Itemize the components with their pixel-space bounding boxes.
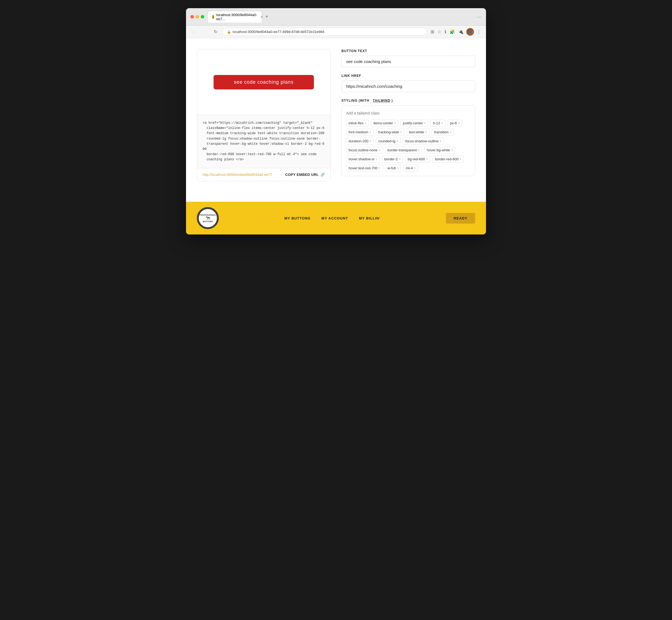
tag-remove-icon[interactable]: × — [426, 158, 428, 161]
tag-remove-icon[interactable]: × — [399, 158, 400, 161]
browser-window: ⚠ localhost:3000/8e8044a0-ee7... ✕ + ⋯ ←… — [186, 8, 486, 235]
address-lock-icon: 🔒 — [227, 30, 231, 34]
more-options-icon[interactable]: ⋮ — [476, 29, 482, 35]
button-text-label: BUTTON TEXT — [341, 49, 475, 53]
tag-item: focus:outline-none× — [346, 147, 383, 154]
tag-label: hover:bg-white — [427, 148, 450, 152]
tag-remove-icon[interactable]: × — [460, 158, 461, 161]
footer-nav: MY BUTTONS MY ACCOUNT MY BILLIN' — [284, 216, 380, 220]
preview-panel: see code coaching plans <a href="https:/… — [197, 49, 331, 181]
tag-label: focus:shadow-outline — [405, 139, 438, 143]
tag-remove-icon[interactable]: × — [451, 149, 453, 152]
tag-label: duration-200 — [348, 139, 369, 143]
new-tab-button[interactable]: + — [263, 13, 271, 21]
tag-label: border-red-600 — [435, 157, 459, 161]
info-icon[interactable]: ℹ — [444, 29, 447, 35]
tag-remove-icon[interactable]: × — [441, 121, 443, 124]
tag-label: rounded-lg — [378, 139, 395, 143]
browser-titlebar: ⚠ localhost:3000/8e8044a0-ee7... ✕ + ⋯ — [186, 8, 486, 25]
nav-refresh-button[interactable]: ↻ — [212, 29, 219, 35]
tag-item: border-2× — [382, 156, 403, 162]
tag-item: mt-4× — [403, 165, 418, 171]
tag-item: border-red-600× — [433, 156, 464, 162]
footer-nav-my-account[interactable]: MY ACCOUNT — [322, 216, 348, 220]
tag-remove-icon[interactable]: × — [458, 121, 460, 124]
class-add-input[interactable] — [346, 110, 471, 116]
tag-item: rounded-lg× — [376, 138, 401, 145]
footer-nav-my-billin[interactable]: MY BILLIN' — [359, 216, 380, 220]
tag-label: border-transparent — [388, 148, 417, 152]
embed-url-link[interactable]: http://localhost:3000/embed/8e8044a0-ee7… — [203, 172, 272, 177]
tag-remove-icon[interactable]: × — [376, 158, 377, 161]
tab-favicon: ⚠ — [212, 15, 214, 19]
button-preview-area: see code coaching plans — [197, 49, 330, 115]
address-bar[interactable]: 🔒 localhost:3000/8e8044a0-ee77-499d-87d8… — [222, 28, 427, 36]
tag-label: font-medium — [348, 130, 368, 134]
tag-remove-icon[interactable]: × — [400, 131, 402, 134]
extensions-icon[interactable]: 🧩 — [449, 29, 455, 35]
page-content: see code coaching plans <a href="https:/… — [186, 38, 486, 202]
tag-remove-icon[interactable]: × — [414, 167, 415, 169]
button-text-group: BUTTON TEXT — [341, 49, 475, 67]
puzzle-icon[interactable]: 🔌 — [458, 29, 464, 35]
user-avatar[interactable]: 👤 — [466, 28, 474, 36]
tag-remove-icon[interactable]: × — [369, 131, 371, 134]
tag-item: hover:bg-white× — [424, 147, 455, 154]
tag-remove-icon[interactable]: × — [394, 121, 396, 124]
footer-ready-button[interactable]: READY — [446, 213, 475, 223]
tag-remove-icon[interactable]: × — [370, 140, 371, 143]
tag-remove-icon[interactable]: × — [424, 121, 426, 124]
tag-remove-icon[interactable]: × — [379, 167, 380, 169]
nav-back-button[interactable]: ← — [190, 29, 198, 35]
star-icon[interactable]: ☆ — [437, 29, 442, 35]
tag-item: inline-flex× — [346, 120, 369, 126]
tag-remove-icon[interactable]: × — [425, 131, 427, 134]
tags-container: inline-flex×items-center×justify-center×… — [346, 120, 471, 171]
link-href-input[interactable] — [341, 81, 475, 92]
code-block: <a href="https://micahrich.com/coaching"… — [203, 120, 325, 162]
tag-item: transition× — [432, 129, 454, 136]
tag-remove-icon[interactable]: × — [440, 140, 441, 143]
preview-cta-button[interactable]: see code coaching plans — [213, 75, 314, 90]
tag-remove-icon[interactable]: × — [396, 140, 398, 143]
browser-menu-icon[interactable]: ⋯ — [477, 14, 482, 20]
tag-label: items-center — [373, 121, 393, 125]
nav-forward-button[interactable]: → — [201, 29, 209, 35]
tag-label: border-2 — [384, 157, 398, 161]
dot-close[interactable] — [190, 15, 194, 18]
footer-nav-my-buttons[interactable]: MY BUTTONS — [284, 216, 310, 220]
tag-label: hover:shadow-xl — [348, 157, 375, 161]
tag-remove-icon[interactable]: × — [418, 149, 420, 152]
dot-maximize[interactable] — [201, 15, 204, 18]
tab-label: localhost:3000/8e8044a0-ee7... — [216, 13, 257, 21]
dot-minimize[interactable] — [196, 15, 199, 18]
browser-navbar: ← → ↻ 🔒 localhost:3000/8e8044a0-ee77-499… — [186, 25, 486, 38]
grid-icon[interactable]: ⊞ — [430, 29, 435, 35]
tag-remove-icon[interactable]: × — [397, 167, 398, 169]
tag-label: w-full — [388, 166, 396, 170]
tag-label: bg-red-600 — [408, 157, 425, 161]
code-area: <a href="https://micahrich.com/coaching"… — [197, 115, 330, 168]
tag-item: tracking-wide× — [376, 129, 404, 136]
tag-remove-icon[interactable]: × — [365, 121, 366, 124]
tag-item: text-white× — [406, 129, 430, 136]
tag-item: justify-center× — [400, 120, 428, 126]
styling-suffix: ) — [392, 99, 393, 103]
styling-label-text: STYLING (WITH — [341, 99, 369, 103]
svg-text:🐄: 🐄 — [205, 215, 210, 220]
tab-close-icon[interactable]: ✕ — [260, 15, 263, 19]
copy-embed-button[interactable]: COPY EMBED URL 🔗 — [285, 172, 325, 177]
browser-tab-bar: ⚠ localhost:3000/8e8044a0-ee7... ✕ + — [207, 11, 473, 22]
styling-box: inline-flex×items-center×justify-center×… — [341, 105, 475, 176]
tag-remove-icon[interactable]: × — [450, 131, 451, 134]
tag-label: transition — [434, 130, 449, 134]
button-text-input[interactable] — [341, 56, 475, 67]
controls-panel: BUTTON TEXT LINK HREF STYLING (WITH TAIL… — [341, 49, 475, 183]
site-footer: PROFESSIONAL BUTTONS 🐄 MY BUTTONS MY ACC… — [186, 202, 486, 235]
tag-remove-icon[interactable]: × — [379, 149, 380, 152]
browser-tab-active[interactable]: ⚠ localhost:3000/8e8044a0-ee7... ✕ — [207, 11, 262, 22]
tag-item: hover:shadow-xl× — [346, 156, 380, 162]
embed-bar: http://localhost:3000/embed/8e8044a0-ee7… — [197, 168, 330, 181]
tag-label: focus:outline-none — [348, 148, 377, 152]
tailwind-link[interactable]: TAILWIND — [373, 99, 391, 103]
